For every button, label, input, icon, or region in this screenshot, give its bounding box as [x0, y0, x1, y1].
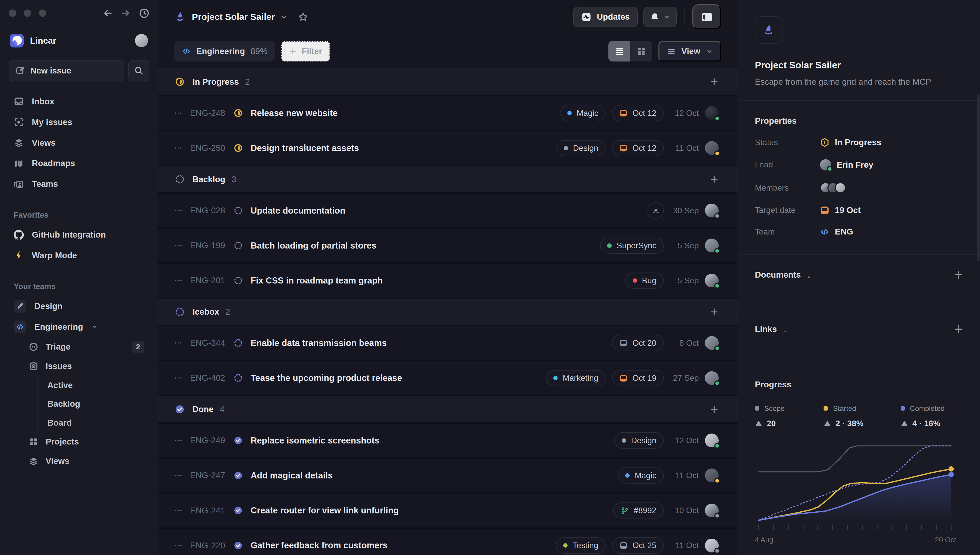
add-issue-icon[interactable] [709, 175, 719, 184]
more-options-icon[interactable] [174, 144, 183, 152]
window-dot[interactable] [24, 10, 31, 17]
issue-title[interactable]: Release new website [250, 108, 338, 118]
issue-title[interactable]: Fix CSS in roadmap team graph [250, 276, 383, 286]
issue-title[interactable]: Create router for view link unfurling [250, 505, 399, 515]
assignee-avatar[interactable] [705, 336, 719, 350]
sidebar-item-github-integration[interactable]: GitHub Integration [9, 225, 149, 245]
in-progress-icon[interactable] [234, 109, 242, 117]
assignee-avatar[interactable] [705, 433, 719, 448]
property-team[interactable]: Team ENG [755, 227, 964, 237]
issue-row[interactable]: ENG-402 Tease the upcoming product relea… [158, 361, 738, 395]
property-lead[interactable]: Lead Erin Frey [755, 159, 964, 170]
add-issue-icon[interactable] [709, 307, 719, 317]
links-section[interactable]: Links [755, 309, 964, 349]
icebox-icon[interactable] [234, 374, 242, 382]
issue-title[interactable]: Design translucent assets [250, 143, 359, 153]
label-chip[interactable]: Design [557, 140, 606, 156]
add-issue-icon[interactable] [709, 405, 719, 414]
assignee-avatar[interactable] [705, 504, 719, 518]
assignee-avatar[interactable] [705, 468, 719, 482]
sidebar-item-triage[interactable]: Triage2 [9, 337, 149, 356]
more-options-icon[interactable] [174, 506, 183, 515]
sidebar-team-design[interactable]: Design [9, 296, 149, 317]
issue-title[interactable]: Enable data transmission beams [250, 338, 387, 348]
issue-row[interactable]: ENG-201 Fix CSS in roadmap team graph Bu… [158, 264, 738, 297]
add-document-icon[interactable] [953, 269, 964, 280]
done-icon[interactable] [234, 436, 242, 445]
more-options-icon[interactable] [174, 471, 183, 480]
list-view-toggle[interactable] [608, 41, 630, 62]
done-icon[interactable] [234, 471, 242, 480]
issue-row[interactable]: ENG-250 Design translucent assets Design… [158, 131, 738, 165]
user-avatar[interactable] [135, 34, 148, 47]
property-status[interactable]: Status In Progress [755, 138, 964, 147]
label-chip[interactable]: Testing [556, 537, 606, 554]
window-dot[interactable] [9, 10, 16, 17]
label-chip[interactable]: Marketing [546, 370, 606, 387]
issue-row[interactable]: ENG-241 Create router for view link unfu… [158, 494, 738, 527]
backlog-icon[interactable] [234, 206, 242, 215]
project-description[interactable]: Escape from the game grid and reach the … [755, 77, 964, 87]
more-options-icon[interactable] [174, 276, 183, 285]
sidebar-item-views[interactable]: Views [9, 132, 149, 153]
add-link-icon[interactable] [953, 324, 964, 335]
panel-scrollbar[interactable] [977, 94, 979, 261]
issue-row[interactable]: ENG-344 Enable data transmission beams O… [158, 326, 738, 360]
sidebar-item-active[interactable]: Active [48, 376, 149, 395]
label-chip[interactable]: Bug [625, 273, 664, 289]
back-icon[interactable] [103, 8, 112, 18]
project-details-title[interactable]: Project Solar Sailer [755, 60, 964, 71]
label-chip[interactable]: Magic [560, 105, 606, 121]
property-members[interactable]: Members [755, 182, 964, 193]
team-filter-chip[interactable]: Engineering 89% [174, 41, 275, 62]
sidebar-team-engineering[interactable]: Engineering [9, 316, 149, 337]
due-date-chip[interactable]: Oct 20 [612, 335, 664, 351]
in-progress-icon[interactable] [234, 144, 242, 152]
due-date-chip[interactable]: Oct 12 [612, 140, 664, 156]
pull-request-chip[interactable]: #8992 [613, 502, 664, 519]
chevron-down-icon[interactable] [280, 13, 287, 21]
sidebar-item-roadmaps[interactable]: Roadmaps [9, 153, 149, 174]
assignee-avatar[interactable] [705, 141, 719, 155]
board-view-toggle[interactable] [630, 41, 652, 62]
notifications-button[interactable] [643, 7, 677, 27]
issue-title[interactable]: Replace isometric screenshots [250, 436, 380, 446]
issue-title[interactable]: Add magical details [250, 470, 333, 481]
add-issue-icon[interactable] [709, 77, 719, 87]
issue-title[interactable]: Update documentation [250, 206, 345, 216]
sidebar-item-projects[interactable]: Projects [9, 432, 149, 452]
project-title[interactable]: Project Solar Sailer [192, 12, 275, 22]
issue-row[interactable]: ENG-028 Update documentation 30 Sep [158, 194, 738, 227]
view-options-button[interactable]: View [658, 41, 721, 62]
label-chip[interactable]: Design [614, 432, 664, 449]
sidebar-item-inbox[interactable]: Inbox [9, 91, 149, 112]
label-chip[interactable]: SuperSync [600, 237, 664, 254]
sidebar-item-issues[interactable]: Issues [9, 356, 149, 376]
window-dot[interactable] [39, 10, 46, 17]
add-filter-button[interactable]: Filter [281, 41, 330, 62]
sidebar-item-teams[interactable]: Teams [9, 174, 149, 194]
property-target-date[interactable]: Target date 19 Oct [755, 205, 964, 215]
issue-row[interactable]: ENG-199 Batch loading of partial stores … [158, 229, 738, 262]
more-options-icon[interactable] [174, 206, 183, 215]
backlog-icon[interactable] [234, 241, 242, 250]
new-issue-button[interactable]: New issue [9, 60, 124, 81]
issue-title[interactable]: Gather feedback from customers [250, 541, 388, 550]
more-options-icon[interactable] [174, 541, 183, 550]
more-options-icon[interactable] [174, 374, 183, 382]
due-date-chip[interactable]: Oct 12 [612, 105, 664, 121]
integration-signal-icon[interactable] [648, 202, 664, 219]
issue-row[interactable]: ENG-248 Release new website Magic Oct 12… [158, 96, 738, 130]
done-icon[interactable] [234, 506, 242, 515]
sidebar-item-backlog[interactable]: Backlog [48, 395, 149, 413]
more-options-icon[interactable] [174, 109, 183, 117]
issue-row[interactable]: ENG-220 Gather feedback from customers T… [158, 529, 738, 555]
label-chip[interactable]: Magic [618, 467, 664, 484]
favorite-star-icon[interactable] [298, 12, 308, 22]
backlog-icon[interactable] [234, 276, 242, 285]
assignee-avatar[interactable] [705, 106, 719, 120]
assignee-avatar[interactable] [705, 371, 719, 385]
sidebar-item-my-issues[interactable]: My issues [9, 112, 149, 132]
sidebar-item-team-views[interactable]: Views [9, 451, 149, 471]
search-button[interactable] [128, 60, 149, 81]
